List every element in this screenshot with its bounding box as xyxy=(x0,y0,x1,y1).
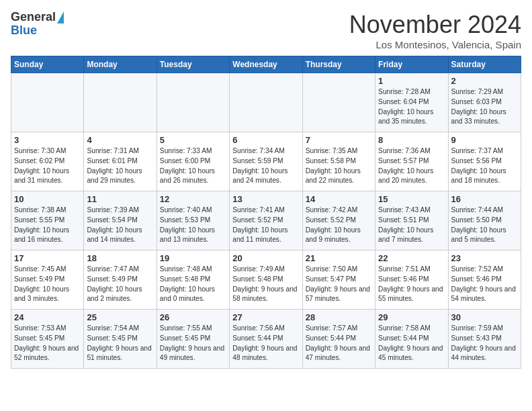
day-number: 11 xyxy=(87,194,153,204)
calendar-cell: 15Sunrise: 7:43 AM Sunset: 5:51 PM Dayli… xyxy=(375,191,448,250)
day-info: Sunrise: 7:58 AM Sunset: 5:44 PM Dayligh… xyxy=(378,324,445,363)
day-number: 30 xyxy=(451,312,518,322)
calendar-cell xyxy=(302,73,375,132)
logo: General Blue xyxy=(11,11,64,38)
calendar-cell: 2Sunrise: 7:29 AM Sunset: 6:03 PM Daylig… xyxy=(448,73,521,132)
day-info: Sunrise: 7:47 AM Sunset: 5:49 PM Dayligh… xyxy=(87,265,153,304)
day-number: 26 xyxy=(160,312,226,322)
calendar-cell: 30Sunrise: 7:59 AM Sunset: 5:43 PM Dayli… xyxy=(448,310,521,369)
day-number: 22 xyxy=(378,253,445,263)
calendar-cell: 11Sunrise: 7:39 AM Sunset: 5:54 PM Dayli… xyxy=(84,191,157,250)
title-block: November 2024 Los Montesinos, Valencia, … xyxy=(349,11,521,50)
day-info: Sunrise: 7:38 AM Sunset: 5:55 PM Dayligh… xyxy=(14,205,81,245)
calendar-body: 1Sunrise: 7:28 AM Sunset: 6:04 PM Daylig… xyxy=(11,73,521,369)
month-title: November 2024 xyxy=(349,11,521,39)
day-info: Sunrise: 7:42 AM Sunset: 5:52 PM Dayligh… xyxy=(306,205,372,245)
column-header-monday: Monday xyxy=(84,56,157,73)
location: Los Montesinos, Valencia, Spain xyxy=(349,39,521,50)
day-info: Sunrise: 7:59 AM Sunset: 5:43 PM Dayligh… xyxy=(451,324,518,363)
day-number: 24 xyxy=(14,312,81,322)
day-info: Sunrise: 7:37 AM Sunset: 5:56 PM Dayligh… xyxy=(451,146,518,186)
day-info: Sunrise: 7:29 AM Sunset: 6:03 PM Dayligh… xyxy=(451,87,518,127)
day-number: 20 xyxy=(232,253,299,263)
calendar-week-4: 17Sunrise: 7:45 AM Sunset: 5:49 PM Dayli… xyxy=(11,250,521,310)
day-number: 21 xyxy=(306,253,372,263)
calendar-cell: 28Sunrise: 7:57 AM Sunset: 5:44 PM Dayli… xyxy=(302,310,375,369)
column-header-wednesday: Wednesday xyxy=(230,56,302,73)
logo-blue: Blue xyxy=(11,24,37,38)
calendar-cell: 27Sunrise: 7:56 AM Sunset: 5:44 PM Dayli… xyxy=(230,310,302,369)
calendar-cell: 26Sunrise: 7:55 AM Sunset: 5:45 PM Dayli… xyxy=(157,310,229,369)
day-number: 16 xyxy=(451,194,518,204)
day-number: 27 xyxy=(232,312,299,322)
column-header-saturday: Saturday xyxy=(448,56,521,73)
day-number: 23 xyxy=(451,253,518,263)
column-header-thursday: Thursday xyxy=(302,56,375,73)
calendar-cell: 13Sunrise: 7:41 AM Sunset: 5:52 PM Dayli… xyxy=(230,191,302,250)
day-info: Sunrise: 7:30 AM Sunset: 6:02 PM Dayligh… xyxy=(14,146,81,186)
day-info: Sunrise: 7:28 AM Sunset: 6:04 PM Dayligh… xyxy=(378,87,445,127)
calendar-cell xyxy=(157,73,229,132)
day-number: 2 xyxy=(451,76,518,86)
calendar-cell: 8Sunrise: 7:36 AM Sunset: 5:57 PM Daylig… xyxy=(375,132,448,191)
page-header: General Blue November 2024 Los Montesino… xyxy=(11,11,521,50)
day-info: Sunrise: 7:54 AM Sunset: 5:45 PM Dayligh… xyxy=(87,324,153,363)
day-info: Sunrise: 7:51 AM Sunset: 5:46 PM Dayligh… xyxy=(378,265,445,304)
calendar-cell: 21Sunrise: 7:50 AM Sunset: 5:47 PM Dayli… xyxy=(302,250,375,310)
calendar-cell: 7Sunrise: 7:35 AM Sunset: 5:58 PM Daylig… xyxy=(302,132,375,191)
day-info: Sunrise: 7:48 AM Sunset: 5:48 PM Dayligh… xyxy=(160,265,226,304)
calendar-week-3: 10Sunrise: 7:38 AM Sunset: 5:55 PM Dayli… xyxy=(11,191,521,250)
day-info: Sunrise: 7:55 AM Sunset: 5:45 PM Dayligh… xyxy=(160,324,226,363)
calendar-cell xyxy=(11,73,84,132)
day-number: 18 xyxy=(87,253,153,263)
day-number: 7 xyxy=(306,135,372,145)
calendar-table: SundayMondayTuesdayWednesdayThursdayFrid… xyxy=(11,56,521,369)
calendar-cell xyxy=(84,73,157,132)
calendar-cell: 14Sunrise: 7:42 AM Sunset: 5:52 PM Dayli… xyxy=(302,191,375,250)
day-info: Sunrise: 7:52 AM Sunset: 5:46 PM Dayligh… xyxy=(451,265,518,304)
day-info: Sunrise: 7:49 AM Sunset: 5:48 PM Dayligh… xyxy=(232,265,299,304)
day-number: 14 xyxy=(306,194,372,204)
day-number: 10 xyxy=(14,194,81,204)
day-number: 3 xyxy=(14,135,81,145)
day-number: 5 xyxy=(160,135,226,145)
calendar-week-2: 3Sunrise: 7:30 AM Sunset: 6:02 PM Daylig… xyxy=(11,132,521,191)
day-number: 1 xyxy=(378,76,445,86)
day-info: Sunrise: 7:35 AM Sunset: 5:58 PM Dayligh… xyxy=(306,146,372,186)
day-number: 8 xyxy=(378,135,445,145)
calendar-cell: 18Sunrise: 7:47 AM Sunset: 5:49 PM Dayli… xyxy=(84,250,157,310)
calendar-cell: 22Sunrise: 7:51 AM Sunset: 5:46 PM Dayli… xyxy=(375,250,448,310)
calendar-cell: 3Sunrise: 7:30 AM Sunset: 6:02 PM Daylig… xyxy=(11,132,84,191)
day-info: Sunrise: 7:56 AM Sunset: 5:44 PM Dayligh… xyxy=(232,324,299,363)
calendar-cell: 25Sunrise: 7:54 AM Sunset: 5:45 PM Dayli… xyxy=(84,310,157,369)
calendar-cell: 12Sunrise: 7:40 AM Sunset: 5:53 PM Dayli… xyxy=(157,191,229,250)
column-header-tuesday: Tuesday xyxy=(157,56,229,73)
day-number: 15 xyxy=(378,194,445,204)
calendar-cell: 10Sunrise: 7:38 AM Sunset: 5:55 PM Dayli… xyxy=(11,191,84,250)
day-info: Sunrise: 7:43 AM Sunset: 5:51 PM Dayligh… xyxy=(378,205,445,245)
calendar-cell: 24Sunrise: 7:53 AM Sunset: 5:45 PM Dayli… xyxy=(11,310,84,369)
calendar-cell xyxy=(230,73,302,132)
calendar-header-row: SundayMondayTuesdayWednesdayThursdayFrid… xyxy=(11,56,521,73)
calendar-cell: 29Sunrise: 7:58 AM Sunset: 5:44 PM Dayli… xyxy=(375,310,448,369)
day-info: Sunrise: 7:40 AM Sunset: 5:53 PM Dayligh… xyxy=(160,205,226,245)
day-info: Sunrise: 7:36 AM Sunset: 5:57 PM Dayligh… xyxy=(378,146,445,186)
day-info: Sunrise: 7:53 AM Sunset: 5:45 PM Dayligh… xyxy=(14,324,81,363)
column-header-sunday: Sunday xyxy=(11,56,84,73)
calendar-cell: 20Sunrise: 7:49 AM Sunset: 5:48 PM Dayli… xyxy=(230,250,302,310)
calendar-week-5: 24Sunrise: 7:53 AM Sunset: 5:45 PM Dayli… xyxy=(11,310,521,369)
day-info: Sunrise: 7:57 AM Sunset: 5:44 PM Dayligh… xyxy=(306,324,372,363)
calendar-cell: 16Sunrise: 7:44 AM Sunset: 5:50 PM Dayli… xyxy=(448,191,521,250)
day-number: 19 xyxy=(160,253,226,263)
calendar-cell: 17Sunrise: 7:45 AM Sunset: 5:49 PM Dayli… xyxy=(11,250,84,310)
day-number: 9 xyxy=(451,135,518,145)
day-number: 4 xyxy=(87,135,153,145)
calendar-cell: 23Sunrise: 7:52 AM Sunset: 5:46 PM Dayli… xyxy=(448,250,521,310)
day-info: Sunrise: 7:39 AM Sunset: 5:54 PM Dayligh… xyxy=(87,205,153,245)
day-info: Sunrise: 7:44 AM Sunset: 5:50 PM Dayligh… xyxy=(451,205,518,245)
calendar-cell: 4Sunrise: 7:31 AM Sunset: 6:01 PM Daylig… xyxy=(84,132,157,191)
day-info: Sunrise: 7:41 AM Sunset: 5:52 PM Dayligh… xyxy=(232,205,299,245)
day-number: 28 xyxy=(306,312,372,322)
column-header-friday: Friday xyxy=(375,56,448,73)
day-info: Sunrise: 7:31 AM Sunset: 6:01 PM Dayligh… xyxy=(87,146,153,186)
